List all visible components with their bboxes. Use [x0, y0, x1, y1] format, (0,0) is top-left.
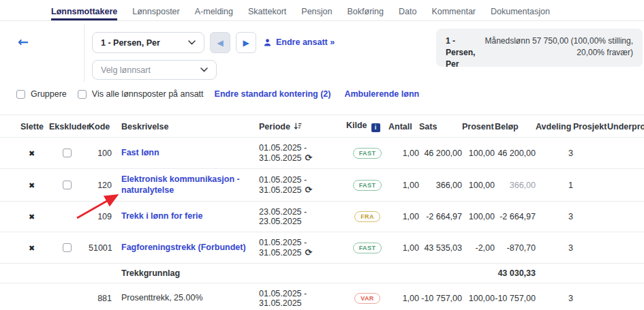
payroll-page: LønnsmottakereLønnsposterA-meldingSkatte…: [0, 0, 644, 310]
cell-slette: [0, 264, 49, 283]
cell-periode: 01.05.2025 - 31.05.2025⟳: [259, 138, 346, 169]
avdeling-value: 3: [568, 294, 573, 303]
table-row: ✖120Elektronisk kommunikasjon - naturaly…: [0, 169, 644, 202]
col-header-periode[interactable]: Periode: [259, 115, 346, 138]
exclude-checkbox[interactable]: [63, 149, 72, 157]
periode-value: 01.05.2025 - 31.05.2025: [259, 175, 307, 195]
kilde-badge: FRA: [354, 211, 380, 222]
employee-summary-name: 1 - Persen, Per: [446, 35, 485, 60]
cell-kilde: FAST: [346, 169, 388, 202]
col-header-label: Slette: [20, 122, 44, 131]
delete-button[interactable]: ✖: [29, 244, 35, 253]
tab-a-melding[interactable]: A-melding: [195, 0, 233, 20]
sats-value: -2 664,97: [426, 212, 462, 221]
employee-select[interactable]: 1 - Persen, Per: [92, 32, 204, 53]
prosent-value: 100,00: [469, 212, 495, 221]
cell-antall: 1,00: [388, 202, 419, 232]
tab-lønnsposter[interactable]: Lønnsposter: [132, 0, 179, 20]
cell-kilde: VAR: [346, 283, 388, 310]
endre-kontering-link[interactable]: Endre standard kontering (2): [215, 89, 331, 99]
cell-sats: [419, 264, 462, 283]
exclude-checkbox[interactable]: [63, 181, 72, 189]
cell-antall: 1,00: [388, 138, 419, 169]
summary-label: Trekkgrunnlag: [121, 268, 180, 278]
chevron-down-icon: [200, 67, 208, 72]
col-header-label: Antall: [388, 122, 412, 131]
cell-prosent: [462, 264, 495, 283]
kilde-badge: FAST: [353, 243, 382, 253]
cell-avdeling: 3: [536, 138, 573, 169]
vertical-divider: [84, 25, 85, 82]
back-arrow-icon[interactable]: ←: [18, 34, 29, 49]
avdeling-value: 3: [568, 149, 573, 158]
kode-value: 881: [97, 294, 112, 303]
col-header-beskrivelse: Beskrivelse: [121, 115, 259, 138]
gruppere-checkbox[interactable]: [16, 90, 25, 99]
tab-bokføring[interactable]: Bokføring: [347, 0, 384, 20]
previous-employee-button[interactable]: ◀: [210, 32, 230, 53]
sats-value: -10 757,00: [421, 294, 462, 303]
cell-prosjekt: [573, 169, 607, 202]
col-header-label: Sats: [419, 122, 437, 131]
ambulerende-lonn-link[interactable]: Ambulerende lønn: [344, 89, 419, 99]
delete-button[interactable]: ✖: [29, 149, 35, 158]
tab-dokumentasjon[interactable]: Dokumentasjon: [491, 0, 550, 20]
person-icon: [263, 38, 272, 47]
col-header-label: Periode: [259, 122, 290, 131]
endre-ansatt-link[interactable]: Endre ansatt »: [263, 37, 335, 47]
beskrivelse-link[interactable]: Elektronisk kommunikasjon - naturalytels…: [121, 174, 259, 196]
cell-avdeling: 3: [536, 232, 573, 264]
table-row: 881Prosenttrekk, 25.00%01.05.2025 - 31.0…: [0, 283, 644, 310]
cell-prosent: 100,00: [462, 138, 495, 169]
cell-prosjekt: [573, 264, 607, 283]
cell-belop: -10 757,00: [495, 283, 536, 310]
cell-slette: ✖: [0, 202, 49, 232]
cell-prosent: 100,00: [462, 202, 495, 232]
cell-underprosjekt: [607, 232, 644, 264]
cell-belop: 366,00: [495, 169, 536, 202]
tab-skattekort[interactable]: Skattekort: [248, 0, 286, 20]
beskrivelse-link[interactable]: Fagforeningstrekk (Forbundet): [121, 243, 246, 253]
next-employee-button[interactable]: ▶: [236, 32, 256, 53]
cell-kode: 51001: [89, 232, 121, 264]
col-header-prosent: Prosent: [462, 115, 495, 138]
cell-belop: -2 664,97: [495, 202, 536, 232]
cell-beskrivelse: Fast lønn: [121, 138, 259, 169]
kilde-badge: FAST: [353, 180, 382, 191]
cell-kode: [89, 264, 121, 283]
cell-avdeling: [536, 264, 573, 283]
periode-value: 01.05.2025 - 31.05.2025: [259, 238, 307, 258]
cell-prosjekt: [573, 283, 607, 310]
cell-avdeling: 3: [536, 202, 573, 232]
cell-kilde: FRA: [346, 202, 388, 232]
sort-icon[interactable]: [294, 122, 302, 130]
prosent-value: 100,00: [469, 294, 495, 303]
tab-bar: LønnsmottakereLønnsposterA-meldingSkatte…: [0, 0, 644, 21]
chevron-down-icon: [188, 40, 196, 45]
exclude-checkbox[interactable]: [63, 243, 72, 252]
tab-pensjon[interactable]: Pensjon: [301, 0, 332, 20]
tab-lønnsmottakere[interactable]: Lønnsmottakere: [51, 0, 117, 20]
info-icon[interactable]: i: [371, 123, 380, 132]
cell-belop: 43 030,33: [495, 264, 536, 283]
delete-button[interactable]: ✖: [29, 181, 35, 190]
avdeling-value: 1: [568, 181, 573, 190]
tab-kommentar[interactable]: Kommentar: [431, 0, 476, 20]
delete-button[interactable]: ✖: [29, 213, 35, 221]
lonnsart-placeholder: Velg lønnsart: [101, 65, 151, 75]
cell-kilde: FAST: [346, 232, 388, 264]
cell-sats: 46 200,00: [419, 138, 462, 169]
antall-value: 1,00: [403, 243, 419, 253]
cell-slette: ✖: [0, 169, 49, 202]
beskrivelse-link[interactable]: Fast lønn: [121, 148, 159, 159]
vis-alle-checkbox[interactable]: [78, 90, 87, 99]
cell-underprosjekt: [607, 138, 644, 169]
table-row: ✖100Fast lønn01.05.2025 - 31.05.2025⟳FAS…: [0, 138, 644, 169]
beskrivelse-link[interactable]: Trekk i lønn for ferie: [121, 211, 202, 222]
beskrivelse-text: Prosenttrekk, 25.00%: [121, 293, 203, 304]
kode-value: 120: [97, 181, 112, 190]
tab-dato[interactable]: Dato: [399, 0, 416, 20]
lonnsart-select[interactable]: Velg lønnsart: [92, 60, 217, 80]
employee-name-line2: Per: [446, 59, 485, 70]
col-header-label: Prosent: [462, 122, 494, 131]
